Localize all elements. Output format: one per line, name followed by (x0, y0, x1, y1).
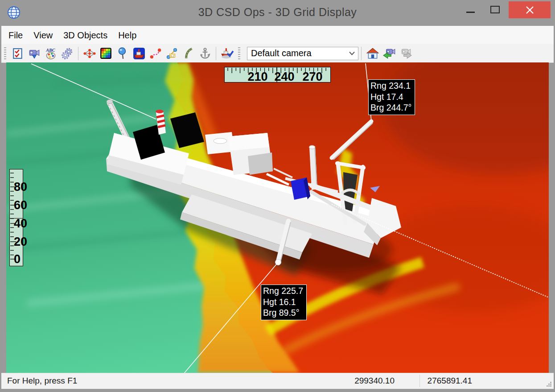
camera-select-value: Default camera (251, 48, 312, 58)
range-value: Rng 234.1 (370, 80, 411, 91)
color-grid-button[interactable] (98, 45, 114, 62)
chevron-down-icon (349, 51, 355, 55)
camera-next-icon (399, 47, 412, 60)
toolbar: ABC (1, 44, 554, 63)
labels-palette-icon: ABC (45, 47, 57, 60)
maximize-icon (490, 6, 500, 13)
status-bar: For Help, press F1 299340.10 2765891.41 (1, 373, 554, 389)
rope-button[interactable] (180, 45, 197, 62)
anchor-icon (199, 47, 211, 60)
easting-coordinate: 299340.10 (354, 376, 395, 386)
minimize-icon (466, 12, 475, 13)
zoom-pin-icon (117, 47, 128, 60)
toolbar-grip[interactable] (238, 47, 240, 60)
close-button[interactable] (509, 1, 551, 18)
dredger-check-button[interactable] (219, 45, 235, 62)
home-view-button[interactable] (364, 45, 381, 62)
range-value: Rng 225.7 (263, 285, 303, 297)
gears-icon (61, 47, 74, 60)
title-bar[interactable]: 3D CSD Ops - 3D Grid Display (0, 0, 555, 26)
status-pane-divider (419, 375, 420, 387)
measure-distance-button[interactable]: 6.2 (164, 45, 180, 62)
close-icon (525, 5, 534, 15)
height-value: Hgt 17.4 (370, 91, 411, 103)
dredger-icon (133, 47, 145, 60)
camera-previous-icon (382, 47, 396, 60)
depth-label: 40 (14, 218, 27, 230)
menu-file[interactable]: File (1, 26, 28, 44)
display-checklist-icon (12, 48, 24, 59)
labels-palette-button[interactable]: ABC (42, 45, 59, 62)
compass-label: 210 (247, 71, 267, 83)
measure-distance-icon: 6.2 (166, 47, 178, 60)
zoom-pin-button[interactable] (114, 45, 131, 62)
depth-label: 0 (14, 253, 21, 265)
bearing-value: Brg 244.7° (370, 102, 411, 113)
depth-label: 60 (14, 199, 27, 211)
anchor-button[interactable] (197, 45, 213, 62)
gears-button[interactable] (59, 45, 75, 62)
depth-label: 20 (14, 236, 27, 248)
compass-ruler: 210 240 270 (224, 67, 331, 83)
minimize-button[interactable] (462, 0, 480, 22)
compass-label: 270 (302, 71, 322, 83)
home-icon (366, 47, 379, 60)
northing-coordinate: 2765891.41 (428, 376, 472, 386)
toolbar-separator (216, 47, 216, 60)
camera-settings-button[interactable] (26, 45, 42, 62)
grid-nodes-button[interactable] (81, 45, 98, 62)
toolbar-separator (78, 47, 78, 60)
menu-3d-objects[interactable]: 3D Objects (58, 26, 113, 44)
compass-label: 240 (274, 71, 294, 83)
maximize-button[interactable] (486, 0, 504, 22)
3d-viewport[interactable]: 210 240 270 80 60 40 20 0 Rng 234.1 Hgt … (6, 62, 549, 373)
cutter-motor-blue-box (291, 177, 310, 200)
toolbar-separator (361, 47, 362, 60)
toolbar-grip[interactable] (4, 47, 6, 60)
menu-bar: File View 3D Objects Help (1, 26, 554, 45)
display-checklist-button[interactable] (9, 45, 26, 62)
svg-text:ABC: ABC (45, 47, 55, 52)
menu-view[interactable]: View (28, 26, 58, 44)
resize-grip[interactable] (546, 381, 552, 387)
depth-scale: 80 60 40 20 0 (9, 169, 23, 266)
camera-select[interactable]: Default camera (247, 47, 358, 60)
camera-previous-button[interactable] (381, 45, 397, 62)
svg-text:6.2: 6.2 (170, 54, 174, 57)
height-value: Hgt 16.1 (263, 297, 303, 308)
depth-label: 80 (14, 181, 27, 193)
camera-settings-icon (28, 48, 41, 59)
bearing-value: Brg 89.5° (263, 307, 303, 318)
dredger-button[interactable] (131, 45, 147, 62)
terrain-scene (6, 62, 549, 373)
menu-help[interactable]: Help (113, 26, 142, 44)
rope-icon (182, 47, 195, 60)
status-help-text: For Help, press F1 (7, 376, 77, 386)
range-label: Rng 234.1 Hgt 17.4 Brg 244.7° (368, 79, 415, 115)
track-line-icon (149, 47, 162, 60)
track-line-button[interactable] (147, 45, 164, 62)
range-label: Rng 225.7 Hgt 16.1 Brg 89.5° (261, 285, 307, 320)
grid-nodes-icon (83, 48, 96, 59)
color-grid-icon (100, 47, 112, 59)
dredger-check-icon (221, 47, 234, 60)
camera-next-button[interactable] (397, 45, 414, 62)
